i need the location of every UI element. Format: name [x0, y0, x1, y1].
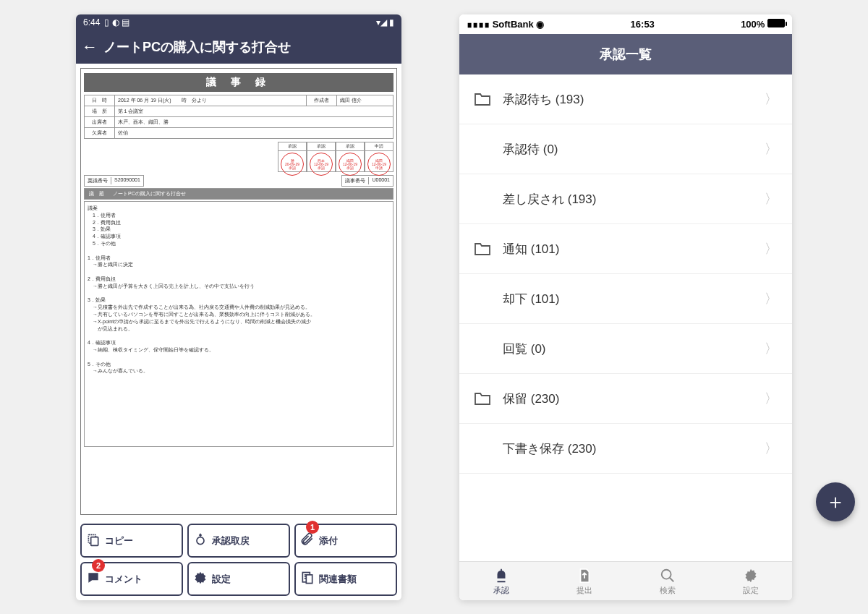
attach-button[interactable]: 1添付: [294, 524, 397, 558]
folder-icon: [474, 391, 491, 406]
list-item[interactable]: 回覧 (0)〉: [459, 324, 792, 374]
svg-point-2: [197, 537, 204, 545]
approve-icon: [459, 568, 542, 584]
list-item-label: 通知 (101): [503, 241, 753, 257]
place-value: 第１会議室: [115, 106, 393, 117]
tab-config[interactable]: 設定: [709, 562, 792, 600]
document-page: 議 事 録 日 時 2012 年 06 月 19 日(火) 時 分より 作成者 …: [80, 68, 397, 515]
list-item-label: 保留 (230): [503, 391, 753, 407]
recall-button[interactable]: 承認取戻: [187, 524, 290, 558]
list-item[interactable]: 下書き保存 (230)〉: [459, 424, 792, 474]
stamp-seal-icon: 織田12-06-19承認: [339, 153, 362, 176]
comment-button[interactable]: 2コメント: [80, 562, 183, 596]
chevron-right-icon: 〉: [765, 90, 778, 108]
stamp-box: 承認 西本12-06-19承認: [307, 142, 336, 172]
list-item[interactable]: 保留 (230)〉: [459, 374, 792, 424]
tab-approve[interactable]: 承認: [459, 562, 542, 600]
action-label: コピー: [105, 534, 133, 547]
status-right-icons: ▾◢ ▮: [376, 17, 394, 27]
comment-icon: [86, 571, 101, 587]
svg-point-9: [661, 570, 671, 579]
tab-label: 設定: [709, 585, 792, 596]
settings-button[interactable]: 設定: [187, 562, 290, 596]
status-icons: ▯ ◐ ▤: [104, 17, 129, 27]
action-grid: コピー承認取戻1添付2コメント設定関連書類: [76, 519, 401, 600]
list-item[interactable]: 通知 (101)〉: [459, 224, 792, 274]
author-label: 作成者: [306, 95, 336, 106]
id2-label: 議事番号: [345, 177, 369, 184]
absent-label: 欠席者: [85, 128, 115, 139]
chevron-right-icon: 〉: [765, 240, 778, 257]
tab-submit[interactable]: 提出: [542, 562, 626, 600]
stamp-seal-icon: 織田12-06-19申請: [367, 153, 391, 176]
chevron-right-icon: 〉: [765, 340, 778, 357]
chevron-right-icon: 〉: [765, 140, 778, 158]
battery-label: 100%: [741, 19, 785, 30]
tab-label: 提出: [542, 585, 626, 596]
folder-icon: [474, 242, 491, 256]
status-time: 6:44: [83, 17, 100, 27]
action-label: 設定: [212, 573, 231, 586]
action-label: コメント: [105, 573, 142, 586]
doc-title: 議 事 録: [84, 73, 393, 92]
list-item-label: 回覧 (0): [503, 341, 753, 357]
stamp-box: 承認 勝20-09-29承認: [278, 142, 307, 172]
approval-list[interactable]: 承認待ち (193)〉承認待 (0)〉差し戻され (193)〉通知 (101)〉…: [459, 74, 792, 561]
stamp-seal-icon: 勝20-09-29承認: [281, 153, 304, 176]
page-title: ノートPCの購入に関する打合せ: [103, 38, 396, 56]
list-item[interactable]: 承認待 (0)〉: [459, 124, 792, 174]
stamp-row: 承認 勝20-09-29承認 承認 西本12-06-19承認 承認 織田12-0…: [84, 142, 393, 172]
copy-icon: [86, 532, 101, 549]
status-bar: 6:44 ▯ ◐ ▤ ▾◢ ▮: [76, 14, 401, 30]
doc-meta-table: 日 時 2012 年 06 月 19 日(火) 時 分より 作成者 織田 信介 …: [84, 95, 393, 139]
stamp-box: 承認 織田12-06-19承認: [336, 142, 365, 172]
stamp-seal-icon: 西本12-06-19承認: [310, 153, 333, 176]
status-time: 16:53: [631, 19, 655, 30]
title-bar: 承認一覧: [459, 34, 792, 74]
search-icon: [626, 568, 709, 584]
back-icon[interactable]: ←: [82, 38, 98, 56]
id2-value: U00001: [372, 177, 390, 184]
document-viewport[interactable]: 議 事 録 日 時 2012 年 06 月 19 日(火) 時 分より 作成者 …: [76, 64, 401, 519]
battery-icon: [767, 19, 785, 27]
absent-value: 佐伯: [115, 128, 393, 139]
list-item-label: 差し戻され (193): [503, 191, 753, 208]
related-button[interactable]: 関連書類: [294, 562, 397, 596]
list-item-label: 承認待 (0): [503, 141, 753, 158]
id-box-1: 稟議番号 S20090001: [84, 175, 144, 187]
list-item-label: 承認待ち (193): [503, 91, 753, 108]
badge: 1: [306, 521, 319, 534]
stamp-box: 申請 織田12-06-19申請: [365, 142, 393, 172]
list-item[interactable]: 差し戻され (193)〉: [459, 174, 792, 224]
carrier-label: ∎∎∎∎ SoftBank ◉: [467, 19, 544, 30]
title-bar: ← ノートPCの購入に関する打合せ: [76, 30, 401, 64]
chevron-right-icon: 〉: [765, 290, 778, 307]
tab-label: 検索: [626, 585, 709, 596]
action-label: 承認取戻: [212, 534, 250, 547]
subject-bar: 議 題 ノートPCの購入に関する打合せ: [84, 188, 393, 200]
subject-value: ノートPCの購入に関する打合せ: [109, 189, 393, 199]
attendee-value: 木戸、西本、織田、勝: [115, 117, 393, 128]
id-box-2: 議事番号 U00001: [341, 175, 393, 187]
list-item[interactable]: 承認待ち (193)〉: [459, 74, 792, 124]
chevron-right-icon: 〉: [765, 390, 778, 407]
list-item-label: 下書き保存 (230): [503, 440, 753, 457]
list-item-label: 却下 (101): [503, 291, 753, 307]
copy-button[interactable]: コピー: [80, 524, 183, 558]
recall-icon: [193, 532, 208, 549]
svg-line-10: [669, 578, 673, 582]
phone-document-detail: 6:44 ▯ ◐ ▤ ▾◢ ▮ ← ノートPCの購入に関する打合せ 議 事 録 …: [76, 14, 401, 600]
submit-icon: [542, 568, 626, 584]
page-title: 承認一覧: [600, 47, 652, 61]
list-item[interactable]: 却下 (101)〉: [459, 274, 792, 324]
action-label: 添付: [319, 534, 338, 547]
phone-approval-list: ∎∎∎∎ SoftBank ◉ 16:53 100% 承認一覧 承認待ち (19…: [459, 14, 792, 600]
date-label: 日 時: [85, 95, 115, 106]
stamp-head: 承認: [307, 142, 335, 151]
tab-label: 承認: [459, 585, 542, 596]
id1-label: 稟議番号: [88, 177, 111, 184]
doc-body: 議案 1．使用者 2．費用負担 3．効果 4．確認事項 5．その他 1．使用者 …: [84, 201, 393, 447]
tab-search[interactable]: 検索: [626, 562, 709, 600]
place-label: 場 所: [85, 106, 115, 117]
chevron-right-icon: 〉: [765, 190, 778, 208]
